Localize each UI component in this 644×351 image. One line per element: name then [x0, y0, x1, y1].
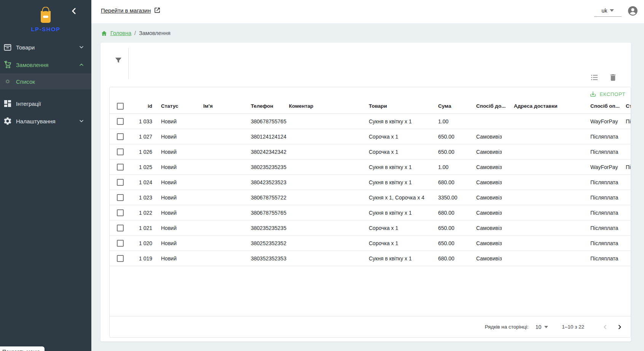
table-row[interactable]: 1 026Новий380242342342Сорочка x 1650.00С… [110, 144, 631, 160]
previous-page-button[interactable] [599, 321, 611, 333]
user-avatar-button[interactable] [628, 6, 638, 16]
sidebar-item-label: Список [16, 78, 35, 85]
dashboard-icon [3, 99, 12, 108]
column-header-id[interactable]: id [129, 99, 152, 113]
sidebar-item-label: Інтеграції [16, 101, 91, 107]
table-row[interactable]: 1 022Новий380678755765Сукня в квітку x 1… [110, 205, 631, 220]
table-row[interactable]: 1 021Новий380235235235Сорочка x 1650.00С… [110, 220, 631, 236]
table-row[interactable]: 1 019Новий380352352353Сукня в квітку x 1… [110, 251, 631, 266]
download-icon [590, 91, 596, 97]
cell-phone: 380352352353 [251, 251, 286, 266]
checkbox-icon[interactable] [117, 225, 124, 231]
column-header-address[interactable]: Адреса доставки [514, 99, 557, 113]
table-row[interactable]: 1 024Новий380423523523Сукня в квітку x 1… [110, 175, 631, 190]
cell-products: Сукня в квітку x 1 [369, 175, 412, 190]
export-button[interactable]: ЕКСПОРТ [588, 90, 627, 98]
column-header-delivery[interactable]: Спосіб до... [476, 99, 505, 113]
row-checkbox[interactable] [117, 114, 124, 129]
checkbox-icon[interactable] [117, 240, 124, 247]
cell-sum: 680.00 [438, 205, 454, 220]
sidebar-item-orders-list[interactable]: Список [0, 73, 91, 89]
checkbox-icon[interactable] [117, 255, 124, 262]
cell-products: Сорочка x 1 [369, 236, 398, 250]
trash-icon[interactable] [609, 73, 617, 82]
language-select[interactable]: uk [594, 5, 622, 17]
cell-payment: Післяплата [590, 144, 618, 159]
column-header-payment[interactable]: Спосіб оп... [590, 99, 620, 113]
logo-title: LP-SHOP [0, 26, 91, 32]
cell-products: Сорочка x 1 [369, 220, 398, 235]
cell-phone: 380678755765 [251, 114, 286, 129]
sidebar-item-settings[interactable]: Налаштування [0, 112, 91, 130]
cell-delivery: Самовивіз [476, 144, 502, 159]
view-list-icon[interactable] [590, 73, 599, 82]
rows-per-page-select[interactable]: 10 [536, 324, 548, 330]
next-page-button[interactable] [614, 321, 625, 333]
pagination-range: 1–10 з 22 [562, 324, 584, 330]
filter-button[interactable] [113, 56, 123, 65]
row-checkbox[interactable] [117, 160, 124, 174]
checkbox-icon[interactable] [117, 209, 124, 216]
row-checkbox[interactable] [117, 236, 124, 250]
top-header: Перейти в магазин uk [91, 0, 644, 23]
cell-payment: Післяплата [590, 190, 618, 205]
column-header-products[interactable]: Товари [369, 99, 387, 113]
caret-down-icon [544, 326, 548, 328]
table-row[interactable]: 1 020Новий380252352352Сорочка x 1650.00С… [110, 236, 631, 251]
column-header-phone[interactable]: Телефон [251, 99, 273, 113]
cell-payment: Післяплата [590, 205, 618, 220]
checkbox-icon[interactable] [117, 148, 124, 155]
column-header-payment-status[interactable]: Ст [626, 99, 631, 113]
checkbox-icon[interactable] [117, 194, 124, 201]
table-toolbar [590, 73, 617, 82]
table-row[interactable]: 1 025Новий380235235235Сукня в квітку x 1… [110, 160, 631, 175]
table-row[interactable]: 1 027Новий380124124124Сорочка x 1650.00С… [110, 129, 631, 144]
select-all-checkbox[interactable] [117, 99, 124, 113]
column-header-status[interactable]: Статус [161, 99, 179, 113]
gear-icon [3, 116, 12, 126]
cell-sum: 650.00 [438, 236, 454, 250]
cell-delivery: Самовивіз [476, 205, 502, 220]
cell-phone: 380678755722 [251, 190, 286, 205]
table-row[interactable]: 1 023Новий380678755722Сукня x 1, Сорочка… [110, 190, 631, 205]
cell-status: Новий [161, 220, 177, 235]
sidebar-item-orders[interactable]: Замовлення [0, 56, 91, 73]
row-checkbox[interactable] [117, 175, 124, 190]
checkbox-icon[interactable] [117, 118, 124, 125]
cell-sum: 650.00 [438, 129, 454, 144]
cell-sum: 680.00 [438, 175, 454, 190]
table-row[interactable]: 1 033Новий380678755765Сукня в квітку x 1… [110, 114, 631, 129]
orders-panel: ЕКСПОРТ id Статус Ім'я Телефон Коментар … [100, 43, 631, 341]
cell-payment: WayForPay [590, 114, 618, 129]
row-checkbox[interactable] [117, 251, 124, 266]
cell-payment: Післяплата [590, 175, 618, 190]
sidebar-item-integrations[interactable]: Інтеграції [0, 95, 91, 112]
external-link-icon [154, 7, 161, 14]
row-checkbox[interactable] [117, 190, 124, 205]
column-header-comment[interactable]: Коментар [289, 99, 313, 113]
row-checkbox[interactable] [117, 220, 124, 235]
cell-phone: 380235235235 [251, 160, 286, 174]
account-circle-icon [628, 6, 638, 16]
breadcrumb-home-link[interactable]: Головна [110, 30, 131, 36]
export-label: ЕКСПОРТ [599, 91, 625, 97]
column-header-name[interactable]: Ім'я [203, 99, 213, 113]
caret-down-icon [610, 9, 614, 12]
row-checkbox[interactable] [117, 205, 124, 220]
chevron-up-icon [78, 62, 84, 68]
column-header-sum[interactable]: Сума [438, 99, 451, 113]
app-logo: LP-SHOP [0, 7, 91, 32]
cell-phone: 380678755765 [251, 205, 286, 220]
cell-phone: 380252352352 [251, 236, 286, 250]
checkbox-icon[interactable] [117, 179, 124, 186]
cell-sum: 1.00 [438, 114, 448, 129]
row-checkbox[interactable] [117, 144, 124, 159]
checkbox-icon[interactable] [117, 164, 124, 171]
cell-phone: 380124124124 [251, 129, 286, 144]
cell-products: Сорочка x 1 [369, 144, 398, 159]
checkbox-icon[interactable] [117, 103, 124, 110]
go-to-store-link[interactable]: Перейти в магазин [101, 7, 161, 14]
sidebar-item-products[interactable]: Товари [0, 38, 91, 56]
row-checkbox[interactable] [117, 129, 124, 144]
checkbox-icon[interactable] [117, 133, 124, 140]
